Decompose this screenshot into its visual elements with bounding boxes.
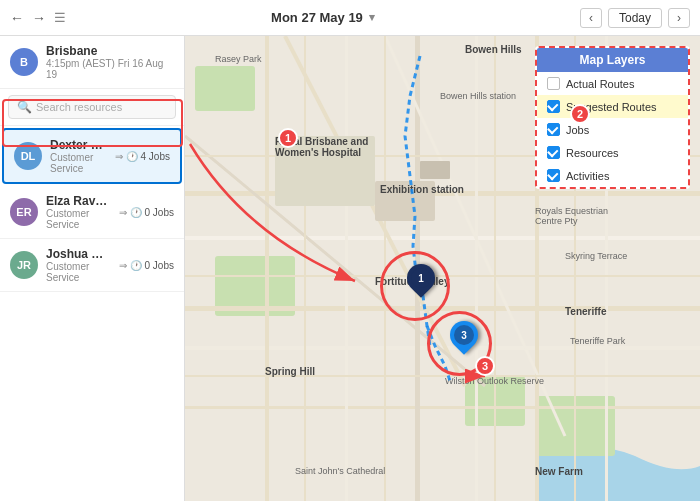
layer-checkbox[interactable] (547, 169, 560, 182)
back-icon[interactable]: ← (10, 10, 24, 26)
forward-icon[interactable]: → (32, 10, 46, 26)
date-label: Mon 27 May 19 (271, 10, 363, 25)
person-name: Elza Ravenscroft (46, 194, 111, 208)
person-info: Elza Ravenscroft Customer Service (46, 194, 111, 230)
location-header: B Brisbane 4:15pm (AEST) Fri 16 Aug 19 (0, 36, 184, 89)
annotation-3a: 3 (475, 356, 495, 376)
header-nav-right: ‹ Today › (580, 8, 690, 28)
jobs-count: 4 Jobs (141, 151, 170, 162)
jobs-count: 0 Jobs (145, 207, 174, 218)
app-header: ← → ☰ Mon 27 May 19 ▾ ‹ Today › (0, 0, 700, 36)
map-pin-3: 3 (450, 321, 478, 355)
layer-checkbox[interactable] (547, 77, 560, 90)
person-role: Customer Service (50, 152, 107, 174)
person-info: Joshua Rowe Customer Service (46, 247, 111, 283)
layer-item-actual-routes[interactable]: Actual Routes (537, 72, 688, 95)
location-info: Brisbane 4:15pm (AEST) Fri 16 Aug 19 (46, 44, 174, 80)
route-icon: ⇒ (119, 260, 127, 271)
search-bar[interactable]: 🔍 Search resources (0, 89, 184, 126)
person-item-jr[interactable]: JR Joshua Rowe Customer Service ⇒ 🕐 0 Jo… (0, 239, 184, 292)
menu-icon[interactable]: ☰ (54, 10, 66, 25)
map-layers-title: Map Layers (537, 48, 688, 72)
person-avatar: DL (14, 142, 42, 170)
clock-icon: 🕐 (126, 151, 138, 162)
location-time: 4:15pm (AEST) Fri 16 Aug 19 (46, 58, 174, 80)
next-nav-button[interactable]: › (668, 8, 690, 28)
layer-items-container: Actual Routes Suggested Routes Jobs Reso… (537, 72, 688, 187)
person-role: Customer Service (46, 208, 111, 230)
layer-checkbox[interactable] (547, 123, 560, 136)
layer-label: Activities (566, 170, 609, 182)
person-list: DL Dexter Little Customer Service ⇒ 🕐 4 … (0, 126, 184, 501)
person-jobs: ⇒ 🕐 0 Jobs (119, 260, 174, 271)
map-area: Bowen Hills Bowen Hills station Royal Br… (185, 36, 700, 501)
prev-nav-button[interactable]: ‹ (580, 8, 602, 28)
today-button[interactable]: Today (608, 8, 662, 28)
layer-label: Resources (566, 147, 619, 159)
person-item-dl[interactable]: DL Dexter Little Customer Service ⇒ 🕐 4 … (2, 128, 182, 184)
person-jobs: ⇒ 🕐 0 Jobs (119, 207, 174, 218)
layer-item-suggested-routes[interactable]: Suggested Routes (537, 95, 688, 118)
search-placeholder: Search resources (36, 101, 122, 113)
person-jobs: ⇒ 🕐 4 Jobs (115, 151, 170, 162)
layer-label: Actual Routes (566, 78, 634, 90)
search-icon: 🔍 (17, 100, 32, 114)
layer-item-resources[interactable]: Resources (537, 141, 688, 164)
sidebar: B Brisbane 4:15pm (AEST) Fri 16 Aug 19 🔍… (0, 36, 185, 501)
layer-label: Jobs (566, 124, 589, 136)
search-input[interactable]: 🔍 Search resources (8, 95, 176, 119)
layer-checkbox[interactable] (547, 100, 560, 113)
location-name: Brisbane (46, 44, 174, 58)
location-avatar: B (10, 48, 38, 76)
person-role: Customer Service (46, 261, 111, 283)
person-name: Dexter Little (50, 138, 107, 152)
date-chevron[interactable]: ▾ (369, 11, 375, 24)
clock-icon: 🕐 (130, 260, 142, 271)
header-nav-left: ← → ☰ (10, 10, 66, 26)
map-layers-panel: Map Layers Actual Routes Suggested Route… (535, 46, 690, 189)
person-name: Joshua Rowe (46, 247, 111, 261)
annotation-1: 1 (278, 128, 298, 148)
jobs-count: 0 Jobs (145, 260, 174, 271)
person-info: Dexter Little Customer Service (50, 138, 107, 174)
header-date: Mon 27 May 19 ▾ (271, 10, 375, 25)
person-avatar: ER (10, 198, 38, 226)
clock-icon: 🕐 (130, 207, 142, 218)
person-item-er[interactable]: ER Elza Ravenscroft Customer Service ⇒ 🕐… (0, 186, 184, 239)
map-pin-1: 1 (407, 264, 435, 298)
annotation-2: 2 (570, 104, 590, 124)
route-icon: ⇒ (115, 151, 123, 162)
person-avatar: JR (10, 251, 38, 279)
route-icon: ⇒ (119, 207, 127, 218)
layer-checkbox[interactable] (547, 146, 560, 159)
layer-item-jobs[interactable]: Jobs (537, 118, 688, 141)
layer-item-activities[interactable]: Activities (537, 164, 688, 187)
